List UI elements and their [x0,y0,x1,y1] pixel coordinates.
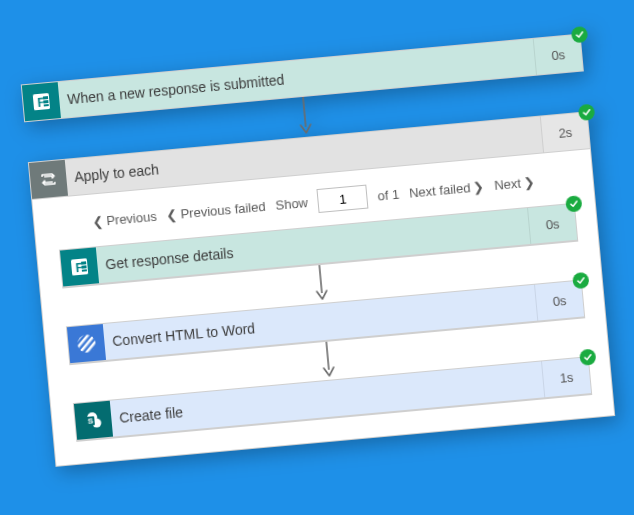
forms-icon: F [22,82,61,121]
success-icon [565,195,582,212]
loop-icon [29,159,68,198]
encodian-icon [67,324,106,363]
pager-index-input[interactable] [317,184,369,212]
success-icon [571,25,588,42]
pager-previous-failed[interactable]: ❮Previous failed [166,198,266,222]
pager-next-failed[interactable]: Next failed❯ [408,178,484,200]
loop-body: ❮Previous ❮Previous failed Show of 1 Nex… [32,149,614,466]
svg-line-11 [319,265,322,293]
flow-run-canvas: F When a new response is submitted 0s Ap… [21,33,613,466]
success-icon [572,271,589,288]
success-icon [579,348,596,365]
svg-point-14 [77,333,97,353]
apply-to-each-card[interactable]: Apply to each 2s ❮Previous ❮Previous fai… [28,111,615,467]
forms-icon: F [60,247,99,286]
svg-line-5 [303,96,306,126]
pager-next[interactable]: Next❯ [494,173,536,192]
success-icon [578,103,595,120]
pager-of-label: of 1 [377,186,400,203]
svg-line-15 [326,341,329,369]
pager-previous[interactable]: ❮Previous [92,208,158,229]
sharepoint-icon: S [74,400,113,439]
pager-show-label: Show [275,194,309,212]
